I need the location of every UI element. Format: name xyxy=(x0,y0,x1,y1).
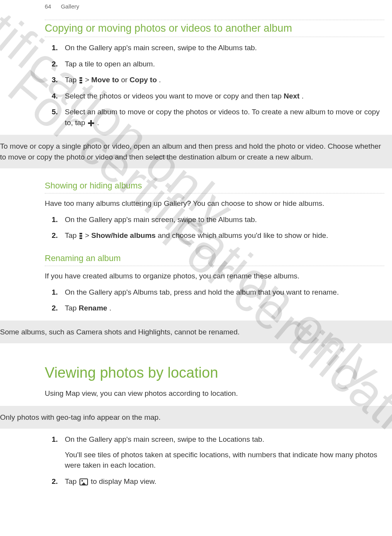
step-text: Tap a tile to open an album. xyxy=(65,60,155,68)
step-text: Tap xyxy=(65,231,79,239)
step-text: On the Gallery app's main screen, swipe … xyxy=(65,215,257,224)
step-text: On the Gallery app's main screen, swipe … xyxy=(65,435,264,443)
step-text: On the Gallery app's Albums tab, press a… xyxy=(65,288,339,296)
step-text: and choose which albums you'd like to sh… xyxy=(158,231,328,239)
step-bold: Rename xyxy=(79,304,107,312)
step-bold: Copy to xyxy=(130,76,157,84)
step-text: . xyxy=(109,304,111,312)
step-text: > xyxy=(85,231,91,239)
step-text: > xyxy=(85,76,91,84)
para: Using Map view, you can view photos acco… xyxy=(45,388,384,399)
note-box: Only photos with geo-tag info appear on … xyxy=(0,406,392,429)
step-bold: Move to xyxy=(91,76,119,84)
list-item: 5. Select an album to move or copy the p… xyxy=(45,107,384,128)
menu-icon xyxy=(79,77,82,84)
step-text: Tap xyxy=(65,477,79,485)
step-text: or xyxy=(121,76,130,84)
list-item: 3. Tap > Move to or Copy to . xyxy=(45,75,384,85)
step-text: Select an album to move or copy the phot… xyxy=(65,108,380,127)
steps-show-hide: 1.On the Gallery app's main screen, swip… xyxy=(45,214,384,241)
step-text: . xyxy=(159,76,161,84)
list-item: 1.On the Gallery app's Albums tab, press… xyxy=(45,287,384,298)
page-section: Gallery xyxy=(61,3,79,10)
note-box: To move or copy a single photo or video,… xyxy=(0,135,392,168)
heading-viewing: Viewing photos by location xyxy=(45,365,384,381)
steps-rename: 1.On the Gallery app's Albums tab, press… xyxy=(45,287,384,314)
list-item: 2. Tap to display Map view. xyxy=(45,476,384,487)
note-text: Some albums, such as Camera shots and Hi… xyxy=(0,328,240,336)
list-item: 2. Tap Rename . xyxy=(45,303,384,314)
heading-copy-move: Copying or moving photos or videos to an… xyxy=(45,20,384,37)
page-header: 64 Gallery xyxy=(0,0,392,12)
para: If you have created albums to organize p… xyxy=(45,271,384,282)
page-number: 64 xyxy=(45,3,51,10)
heading-show-hide: Showing or hiding albums xyxy=(45,178,384,193)
list-item: 1. On the Gallery app's main screen, swi… xyxy=(45,434,384,471)
list-item: 4. Select the photos or videos you want … xyxy=(45,91,384,102)
para: Have too many albums cluttering up Galle… xyxy=(45,198,384,209)
step-text: Tap xyxy=(65,76,79,84)
step-text: . xyxy=(302,92,304,100)
step-bold: Show/hide albums xyxy=(91,231,156,239)
step-text: You'll see tiles of photos taken at spec… xyxy=(65,451,377,470)
note-box: Some albums, such as Camera shots and Hi… xyxy=(0,321,392,344)
step-text: Tap xyxy=(65,304,79,312)
map-icon xyxy=(79,478,88,485)
steps-viewing: 1. On the Gallery app's main screen, swi… xyxy=(45,434,384,487)
note-text: To move or copy a single photo or video,… xyxy=(0,142,381,161)
note-text: Only photos with geo-tag info appear on … xyxy=(0,413,161,421)
heading-rename: Renaming an album xyxy=(45,251,384,266)
step-bold: Next xyxy=(284,92,299,100)
list-item: 2.Tap a tile to open an album. xyxy=(45,59,384,70)
step-text: Select the photos or videos you want to … xyxy=(65,92,284,100)
step-text: On the Gallery app's main screen, swipe … xyxy=(65,44,257,52)
list-item: 2. Tap > Show/hide albums and choose whi… xyxy=(45,230,384,241)
steps-copy-move: 1.On the Gallery app's main screen, swip… xyxy=(45,42,384,128)
list-item: 1.On the Gallery app's main screen, swip… xyxy=(45,214,384,225)
plus-icon xyxy=(88,120,94,126)
list-item: 1.On the Gallery app's main screen, swip… xyxy=(45,42,384,53)
step-text: to display Map view. xyxy=(91,477,156,485)
menu-icon xyxy=(79,232,82,239)
step-text: . xyxy=(97,119,99,127)
